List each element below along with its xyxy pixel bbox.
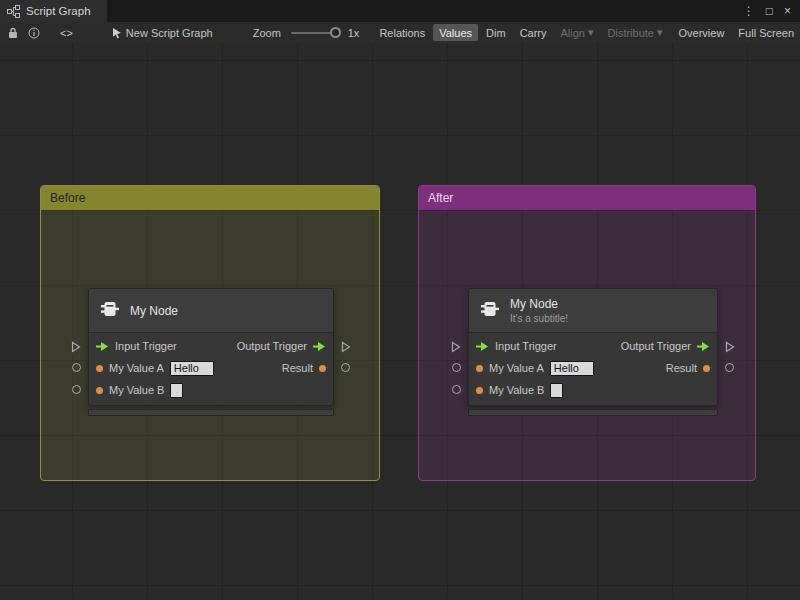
value-b-input[interactable] [170, 383, 183, 398]
port-label: Output Trigger [237, 340, 307, 352]
group-header[interactable]: Before [41, 186, 379, 210]
node-header[interactable]: My Node [89, 289, 333, 333]
zoom-label: Zoom [253, 27, 281, 39]
menu-icon[interactable]: ⋮ [743, 0, 755, 22]
value-input-port-b[interactable] [96, 387, 103, 394]
toolbar-button-relations[interactable]: Relations [373, 24, 431, 41]
external-value-port-left-a[interactable] [72, 363, 81, 372]
zoom-slider-handle[interactable] [330, 27, 341, 38]
node-row: My Value B [469, 379, 717, 401]
external-value-port-right[interactable] [725, 363, 734, 372]
zoom-slider[interactable] [291, 32, 340, 34]
node-row: Input Trigger Output Trigger [89, 335, 333, 357]
group-label: After [428, 191, 453, 205]
lock-icon[interactable] [8, 27, 18, 39]
value-input-port-a[interactable] [476, 365, 483, 372]
close-icon[interactable]: × [784, 0, 791, 22]
value-output-port-result[interactable] [703, 365, 710, 372]
port-label: Output Trigger [621, 340, 691, 352]
window-tab-bar: Script Graph ⋮ □ × [0, 0, 800, 22]
port-label: My Value A [109, 362, 164, 374]
node-row: My Value A Result [469, 357, 717, 379]
port-label: My Value A [489, 362, 544, 374]
toolbar-button-fullscreen[interactable]: Full Screen [732, 24, 800, 41]
node-title: My Node [510, 297, 568, 311]
node-footer [468, 409, 718, 416]
node-row: My Value B [89, 379, 333, 401]
value-b-input[interactable] [550, 383, 563, 398]
group-after[interactable]: After My Node I [418, 185, 756, 481]
external-value-port-left-b[interactable] [72, 385, 81, 394]
node-rows: Input Trigger Output Trigger My Value [89, 333, 333, 405]
chevron-down-icon: ▾ [657, 26, 663, 39]
node-main: My Node It's a subtitle! Input Trigger [468, 288, 718, 406]
tab-title: Script Graph [26, 5, 91, 17]
node-my-node-before[interactable]: My Node Input Trigger Output Trig [88, 288, 334, 416]
group-before[interactable]: Before My Node [40, 185, 380, 481]
group-header[interactable]: After [419, 186, 755, 210]
port-label: Result [666, 362, 697, 374]
flow-output-port[interactable] [697, 342, 710, 351]
toolbar-button-values[interactable]: Values [433, 24, 478, 41]
external-flow-port-right[interactable] [341, 339, 351, 357]
toolbar-button-distribute[interactable]: Distribute ▾ [602, 24, 669, 41]
node-my-node-after[interactable]: My Node It's a subtitle! Input Trigger [468, 288, 718, 416]
graph-name-label: New Script Graph [126, 27, 213, 39]
port-label: Input Trigger [495, 340, 557, 352]
node-main: My Node Input Trigger Output Trig [88, 288, 334, 406]
external-flow-port-right[interactable] [725, 339, 735, 357]
value-a-input[interactable] [550, 361, 594, 376]
toolbar-button-overview[interactable]: Overview [673, 24, 731, 41]
zoom-value: 1x [348, 27, 360, 39]
graph-asset-button[interactable]: New Script Graph [105, 24, 219, 41]
node-row: Input Trigger Output Trigger [469, 335, 717, 357]
code-icon[interactable]: <> [54, 24, 79, 41]
value-a-input[interactable] [170, 361, 214, 376]
script-graph-icon [7, 5, 20, 18]
window-controls: ⋮ □ × [743, 0, 800, 22]
external-value-port-left-a[interactable] [452, 363, 461, 372]
graph-cursor-icon [111, 27, 123, 39]
toolbar-button-dim[interactable]: Dim [480, 24, 512, 41]
external-value-port-right[interactable] [341, 363, 350, 372]
info-icon[interactable] [28, 27, 40, 39]
external-value-port-left-b[interactable] [452, 385, 461, 394]
toolbar-button-carry[interactable]: Carry [514, 24, 553, 41]
value-input-port-b[interactable] [476, 387, 483, 394]
node-footer [88, 409, 334, 416]
port-label: My Value B [489, 384, 544, 396]
chevron-down-icon: ▾ [588, 26, 594, 39]
graph-toolbar: <> New Script Graph Zoom 1x Relations Va… [0, 22, 800, 44]
group-label: Before [50, 191, 85, 205]
node-subtitle: It's a subtitle! [510, 313, 568, 324]
value-input-port-a[interactable] [96, 365, 103, 372]
flow-input-port[interactable] [96, 342, 109, 351]
port-label: My Value B [109, 384, 164, 396]
external-flow-port-left[interactable] [71, 339, 81, 357]
node-rows: Input Trigger Output Trigger My Value [469, 333, 717, 405]
toolbar-button-align[interactable]: Align ▾ [555, 24, 600, 41]
port-label: Result [282, 362, 313, 374]
tab-script-graph[interactable]: Script Graph [0, 0, 107, 22]
value-output-port-result[interactable] [319, 365, 326, 372]
maximize-icon[interactable]: □ [766, 0, 773, 22]
port-label: Input Trigger [115, 340, 177, 352]
node-title: My Node [130, 304, 178, 318]
flow-input-port[interactable] [476, 342, 489, 351]
external-flow-port-left[interactable] [451, 339, 461, 357]
unit-icon [479, 298, 501, 324]
unit-icon [99, 298, 121, 324]
flow-output-port[interactable] [313, 342, 326, 351]
graph-canvas[interactable]: Before My Node [0, 43, 800, 600]
node-header[interactable]: My Node It's a subtitle! [469, 289, 717, 333]
node-row: My Value A Result [89, 357, 333, 379]
